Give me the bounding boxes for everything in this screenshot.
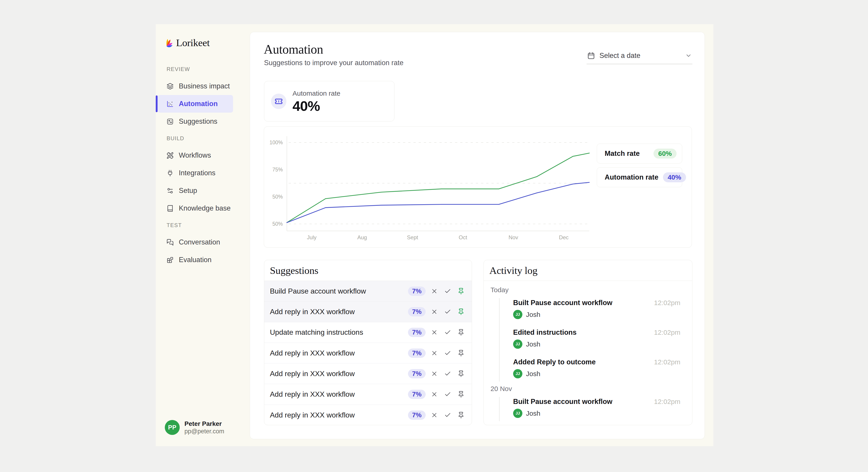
layers-icon [166,83,174,90]
legend-item-match-rate: Match rate60% [597,144,682,164]
suggestion-row[interactable]: Add reply in XXX workflow7% [264,343,472,363]
sidebar-item-automation[interactable]: Automation [158,95,233,113]
pin-icon[interactable] [456,348,466,358]
dismiss-icon[interactable] [430,369,439,378]
suggestion-title: Add reply in XXX workflow [270,390,355,399]
svg-text:50%: 50% [272,194,283,200]
brand-name: Lorikeet [176,37,210,49]
sidebar-item-conversation[interactable]: Conversation [158,233,233,251]
messages-icon [166,239,174,246]
activity-entry-title: Edited instructions [513,328,577,337]
pin-icon[interactable] [456,307,466,316]
page: Lorikeet REVIEWBusiness impactAutomation… [0,0,868,472]
accept-icon[interactable] [443,369,452,378]
suggestion-row[interactable]: Add reply in XXX workflow7% [264,363,472,384]
sidebar-item-evaluation[interactable]: Evaluation [158,251,233,269]
svg-text:Nov: Nov [508,234,518,240]
date-picker[interactable]: Select a date [587,52,692,64]
accept-icon[interactable] [443,348,452,358]
suggestion-row[interactable]: Update matching instructions7% [264,322,472,343]
suggestion-title: Update matching instructions [270,328,363,336]
sidebar-nav: REVIEWBusiness impactAutomationSuggestio… [158,61,233,269]
svg-text:Aug: Aug [358,234,367,240]
accept-icon[interactable] [443,307,452,316]
user-chip[interactable]: PP Peter Parker pp@peter.com [165,420,224,435]
sidebar-item-setup[interactable]: Setup [158,182,233,200]
activity-user-avatar: JJ [513,369,522,378]
user-name: Peter Parker [184,420,224,428]
suggestions-list: Build Pause account workflow7%Add reply … [264,281,472,425]
activity-entry: Edited instructions12:02pmJJJosh [513,328,680,358]
stat-text: Automation rate 40% [292,89,340,113]
sidebar-item-label: Business impact [179,82,230,90]
pin-icon[interactable] [456,390,466,399]
logo: Lorikeet [166,37,210,49]
legend-value-badge: 40% [663,172,686,182]
sidebar-item-knowledge-base[interactable]: Knowledge base [158,200,233,217]
dismiss-icon[interactable] [430,307,439,316]
scatter-chart-icon [166,100,174,108]
calendar-icon [587,52,595,60]
activity-entry-title: Added Reply to outcome [513,358,596,366]
activity-user-name: Josh [526,370,540,378]
suggestion-title: Add reply in XXX workflow [270,349,355,357]
suggestion-title: Add reply in XXX workflow [270,307,355,316]
suggestion-row[interactable]: Add reply in XXX workflow7% [264,405,472,425]
sidebar-item-label: Setup [179,186,197,195]
sidebar-item-suggestions[interactable]: Suggestions [158,113,233,130]
blocks-icon [166,257,174,264]
user-email: pp@peter.com [184,428,224,435]
accept-icon[interactable] [443,390,452,399]
sidebar: Lorikeet REVIEWBusiness impactAutomation… [156,24,250,446]
suggestion-title: Add reply in XXX workflow [270,411,355,419]
accept-icon[interactable] [443,328,452,337]
sliders-icon [166,187,174,194]
stat-label: Automation rate [292,89,340,97]
suggestions-panel: Suggestions Build Pause account workflow… [264,260,472,425]
suggestion-actions: 7% [408,410,466,420]
frame-nodes-icon [166,118,174,125]
activity-entry-title: Built Pause account workflow [513,397,612,406]
activity-user-name: Josh [526,311,540,319]
activity-user-name: Josh [526,410,540,417]
activity-group-label: Today [491,286,680,294]
sidebar-item-integrations[interactable]: Integrations [158,164,233,182]
book-icon [166,205,174,212]
pin-icon[interactable] [456,369,466,378]
activity-entry-time: 12:02pm [654,398,680,406]
sidebar-item-label: Evaluation [179,256,212,264]
dismiss-icon[interactable] [430,390,439,399]
suggestion-impact-badge: 7% [408,349,426,358]
sidebar-item-business-impact[interactable]: Business impact [158,77,233,95]
accept-icon[interactable] [443,410,452,420]
activity-group-label: 20 Nov [491,385,680,393]
legend-label: Automation rate [604,173,658,181]
dismiss-icon[interactable] [430,348,439,358]
dismiss-icon[interactable] [430,328,439,337]
sidebar-item-label: Workflows [179,151,211,159]
suggestion-row[interactable]: Add reply in XXX workflow7% [264,384,472,405]
suggestion-actions: 7% [408,390,466,399]
suggestion-row[interactable]: Add reply in XXX workflow7% [264,301,472,322]
svg-text:100%: 100% [270,140,283,145]
dismiss-icon[interactable] [430,286,439,296]
suggestion-impact-badge: 7% [408,328,426,337]
suggestion-row[interactable]: Build Pause account workflow7% [264,281,472,301]
accept-icon[interactable] [443,286,452,296]
suggestions-title: Suggestions [264,260,472,281]
page-subtitle: Suggestions to improve your automation r… [264,59,403,67]
sidebar-item-workflows[interactable]: Workflows [158,147,233,164]
chart-legend: Match rate60%Automation rate40% [597,144,682,187]
sidebar-item-label: Integrations [179,169,215,177]
pin-icon[interactable] [456,410,466,420]
pin-icon[interactable] [456,286,466,296]
pin-icon[interactable] [456,328,466,337]
suggestion-impact-badge: 7% [408,369,426,378]
dismiss-icon[interactable] [430,410,439,420]
suggestion-impact-badge: 7% [408,307,426,316]
ticket-icon [271,94,286,109]
lorikeet-logo-icon [166,38,173,48]
svg-text:50%: 50% [272,221,283,227]
suggestion-actions: 7% [408,307,466,316]
suggestion-impact-badge: 7% [408,287,426,296]
